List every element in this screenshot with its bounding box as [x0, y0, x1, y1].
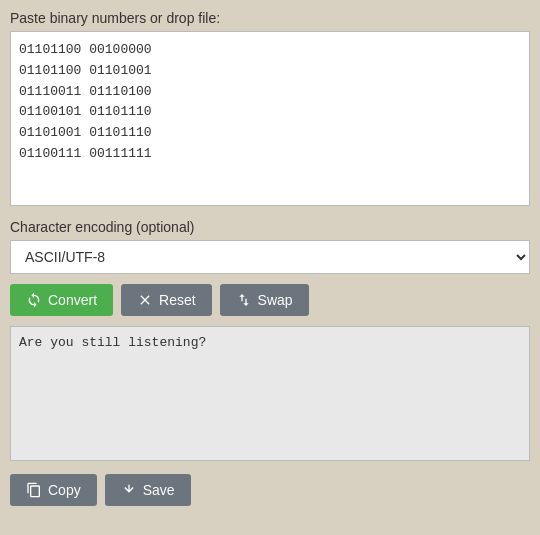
- convert-icon: [26, 292, 42, 308]
- encoding-label: Character encoding (optional): [10, 219, 530, 235]
- copy-label: Copy: [48, 482, 81, 498]
- convert-label: Convert: [48, 292, 97, 308]
- copy-button[interactable]: Copy: [10, 474, 97, 506]
- input-label: Paste binary numbers or drop file:: [10, 10, 530, 26]
- swap-label: Swap: [258, 292, 293, 308]
- encoding-select[interactable]: ASCII/UTF-8 UTF-16 UTF-32 ISO-8859-1 Win…: [10, 240, 530, 274]
- reset-button[interactable]: Reset: [121, 284, 212, 316]
- reset-label: Reset: [159, 292, 196, 308]
- binary-input[interactable]: 01101100 00100000 01101100 01101001 0111…: [10, 31, 530, 206]
- swap-icon: [236, 292, 252, 308]
- save-icon: [121, 482, 137, 498]
- swap-button[interactable]: Swap: [220, 284, 309, 316]
- output-textarea[interactable]: Are you still listening?: [10, 326, 530, 461]
- convert-button[interactable]: Convert: [10, 284, 113, 316]
- copy-icon: [26, 482, 42, 498]
- save-button[interactable]: Save: [105, 474, 191, 506]
- reset-icon: [137, 292, 153, 308]
- save-label: Save: [143, 482, 175, 498]
